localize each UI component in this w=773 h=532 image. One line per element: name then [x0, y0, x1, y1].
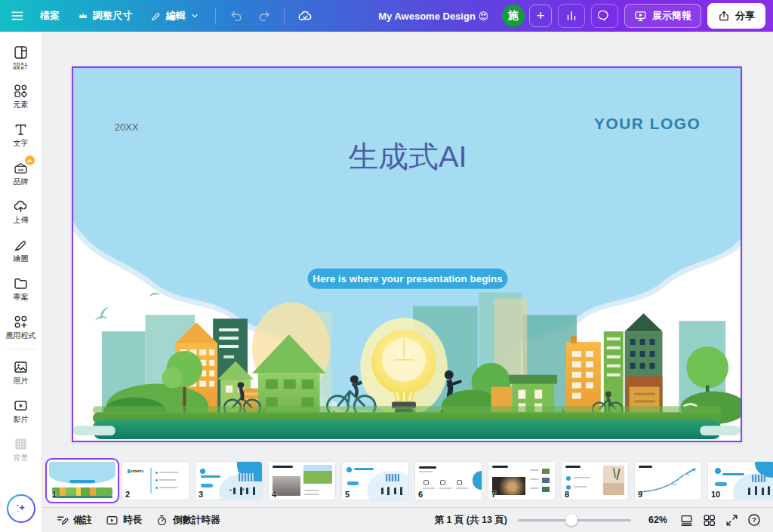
sidebar-item-draw[interactable]: 繪圖	[2, 230, 41, 269]
help-icon: ?	[747, 512, 762, 527]
upload-cloud-icon	[13, 198, 29, 214]
help-button[interactable]: ?	[743, 509, 765, 530]
cloud-saved-button[interactable]	[292, 4, 318, 28]
page-number: 8	[565, 490, 569, 499]
timer-label: 倒數計時器	[173, 514, 220, 527]
notes-button[interactable]: 備註	[49, 509, 99, 530]
resize-label: 調整尺寸	[93, 9, 132, 23]
edit-menu-button[interactable]: 編輯	[142, 4, 208, 28]
sidebar-item-brand[interactable]: co 品牌	[2, 153, 41, 192]
canvas-workspace: 20XX YOUR LOGO 生成式AI Here is where your …	[42, 32, 773, 454]
page-number: 6	[418, 490, 423, 499]
chevron-down-icon	[190, 11, 199, 20]
sidebar-item-uploads[interactable]: 上傳	[2, 192, 41, 230]
filmstrip-page-8[interactable]: 8	[561, 461, 629, 500]
duration-label: 時長	[123, 514, 142, 527]
sidebar-label: 品牌	[14, 178, 29, 186]
sidebar-item-photos[interactable]: 照片	[2, 352, 41, 391]
resize-button[interactable]: 調整尺寸	[69, 4, 140, 28]
page-4-preview	[269, 462, 335, 500]
page-7-preview	[488, 462, 555, 500]
sidebar-label: 背景	[14, 454, 29, 462]
background-texture-icon	[13, 436, 29, 452]
file-menu-label: 檔案	[40, 9, 60, 23]
undo-button[interactable]	[223, 4, 249, 28]
filmstrip-page-3[interactable]: 3	[195, 461, 263, 500]
page-number: 5	[345, 490, 350, 499]
avatar[interactable]: 施	[502, 5, 525, 27]
magic-assistant-button[interactable]	[7, 494, 35, 523]
filmstrip-page-10[interactable]: 10	[707, 461, 773, 500]
sidebar-item-apps[interactable]: 應用程式	[2, 307, 41, 346]
redo-icon	[257, 9, 271, 23]
countdown-timer-button[interactable]: 倒數計時器	[149, 509, 227, 530]
filmstrip-page-2[interactable]: Contents 2	[122, 461, 189, 500]
fullscreen-button[interactable]	[720, 509, 743, 530]
draw-pencil-icon	[13, 237, 29, 253]
page-indicator[interactable]: 第 1 頁 (共 13 頁)	[434, 514, 507, 527]
statusbar-right: 第 1 頁 (共 13 頁) 62%	[434, 509, 765, 530]
redo-button[interactable]	[251, 4, 276, 28]
sidebar-item-videos[interactable]: 影片	[2, 391, 41, 429]
zoom-slider-handle[interactable]	[565, 514, 577, 526]
sidebar-item-projects[interactable]: 專案	[2, 269, 41, 307]
sidebar-item-text[interactable]: 文字	[2, 115, 41, 153]
filmstrip-page-6[interactable]: 6	[414, 461, 482, 500]
page-number: 7	[491, 490, 496, 499]
text-icon	[13, 121, 29, 137]
apps-grid-icon	[13, 314, 29, 330]
present-button[interactable]: 展示簡報	[624, 4, 701, 28]
sparkle-icon	[14, 501, 29, 516]
canva-editor: 檔案 調整尺寸 編輯 My Awesome	[0, 0, 773, 532]
notes-label: 備註	[73, 514, 92, 527]
topbar-right: My Awesome Design 😍 施 + 展示簡報 分享	[378, 3, 765, 29]
crown-icon	[78, 11, 88, 21]
file-menu-button[interactable]: 檔案	[32, 4, 68, 28]
zoom-percentage: 62%	[642, 515, 667, 525]
document-title[interactable]: My Awesome Design 😍	[378, 11, 488, 22]
slide-tagline-text[interactable]: Here is where your presentation begins	[313, 273, 503, 284]
hamburger-menu-button[interactable]	[5, 4, 30, 28]
filmstrip-page-5[interactable]: 5	[341, 461, 409, 500]
zoom-slider[interactable]	[518, 514, 631, 526]
page-9-preview	[635, 462, 701, 500]
page-8-preview	[562, 462, 628, 500]
crown-icon	[26, 158, 32, 164]
filmstrip-page-7[interactable]: 7	[488, 461, 556, 500]
grid-view-button[interactable]	[698, 509, 720, 530]
hamburger-icon	[10, 8, 25, 23]
slide-year-text[interactable]: 20XX	[115, 121, 139, 133]
mini-line-chart	[635, 462, 701, 500]
presentation-screen-icon	[634, 10, 647, 23]
slide-artwork: 20XX YOUR LOGO 生成式AI Here is where your …	[73, 68, 741, 441]
sidebar-item-background[interactable]: 背景	[2, 429, 41, 468]
design-icon	[13, 45, 29, 60]
page-6-preview	[415, 462, 482, 500]
comments-button[interactable]	[591, 4, 618, 28]
presentation-view-button[interactable]	[675, 509, 698, 530]
slide-title-text[interactable]: 生成式AI	[348, 140, 467, 173]
plus-glyph: +	[537, 8, 545, 24]
page-number: 4	[272, 490, 276, 499]
sidebar-item-elements[interactable]: 元素	[2, 76, 41, 115]
sidebar-label: 應用程式	[6, 332, 36, 340]
insights-button[interactable]	[558, 4, 585, 28]
share-button[interactable]: 分享	[707, 3, 765, 29]
filmstrip-page-4[interactable]: 4	[268, 461, 336, 500]
slide-logo-text[interactable]: YOUR LOGO	[594, 115, 701, 132]
photos-icon	[13, 359, 29, 375]
add-member-button[interactable]: +	[529, 5, 552, 27]
sidebar-label: 設計	[14, 63, 29, 70]
pro-crown-badge	[25, 155, 35, 165]
page-number: 1	[52, 490, 57, 499]
svg-text:?: ?	[752, 516, 756, 524]
page-number: 3	[199, 490, 203, 499]
filmstrip-page-1[interactable]: 1	[48, 461, 116, 500]
page-number: 2	[125, 490, 130, 499]
slide-page-1[interactable]: 20XX YOUR LOGO 生成式AI Here is where your …	[72, 66, 742, 442]
mini-contents-text: Contents	[128, 469, 143, 473]
duration-button[interactable]: 時長	[99, 509, 149, 530]
sidebar-item-design[interactable]: 設計	[2, 38, 41, 76]
share-upload-icon	[718, 10, 730, 22]
filmstrip-page-9[interactable]: 9	[634, 461, 702, 500]
